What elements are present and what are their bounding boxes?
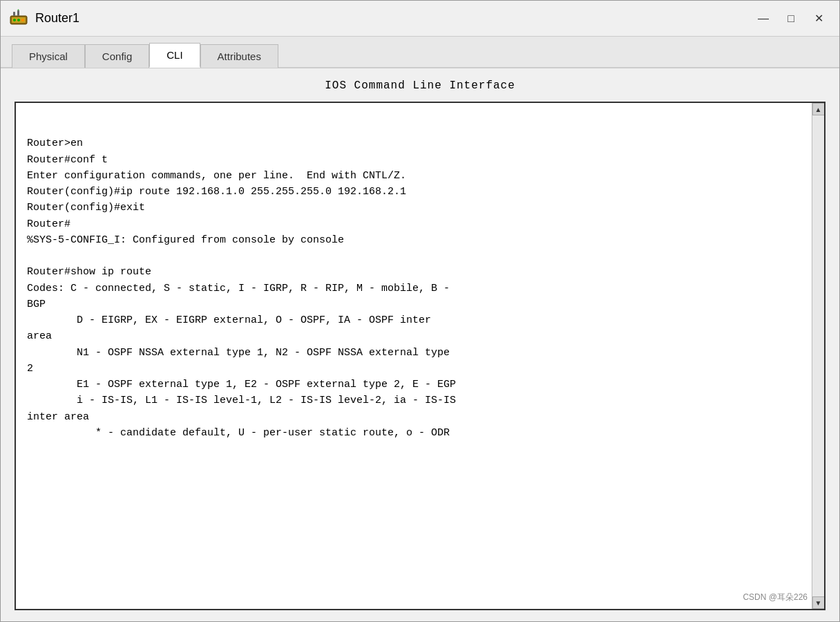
minimize-button[interactable]: —: [751, 9, 776, 28]
window-title: Router1: [35, 11, 79, 26]
tab-physical[interactable]: Physical: [12, 44, 85, 68]
close-button[interactable]: ✕: [806, 9, 831, 28]
tab-cli[interactable]: CLI: [149, 43, 200, 68]
scroll-track[interactable]: [812, 115, 824, 596]
svg-marker-7: [17, 9, 19, 10]
router-icon: [9, 9, 28, 28]
title-bar-controls: — □ ✕: [751, 9, 831, 28]
title-bar: Router1 — □ ✕: [1, 1, 839, 37]
svg-rect-5: [13, 12, 15, 16]
svg-rect-6: [17, 10, 19, 16]
content-area: IOS Command Line Interface Router>en Rou…: [1, 68, 839, 621]
section-title: IOS Command Line Interface: [15, 79, 825, 92]
title-bar-left: Router1: [9, 9, 79, 28]
tabs-bar: Physical Config CLI Attributes: [1, 37, 839, 68]
svg-point-3: [17, 19, 20, 21]
cli-output[interactable]: Router>en Router#conf t Enter configurat…: [16, 103, 812, 609]
tab-config[interactable]: Config: [85, 44, 149, 68]
scrollbar: ▲ ▼: [812, 103, 824, 609]
cli-container: Router>en Router#conf t Enter configurat…: [15, 102, 825, 610]
svg-point-4: [21, 19, 24, 21]
scroll-down-arrow[interactable]: ▼: [812, 596, 825, 609]
maximize-button[interactable]: □: [779, 9, 803, 28]
tab-attributes[interactable]: Attributes: [200, 44, 278, 68]
svg-point-2: [13, 19, 16, 21]
main-window: Router1 — □ ✕ Physical Config CLI Attrib…: [0, 0, 840, 622]
scroll-up-arrow[interactable]: ▲: [812, 103, 825, 115]
